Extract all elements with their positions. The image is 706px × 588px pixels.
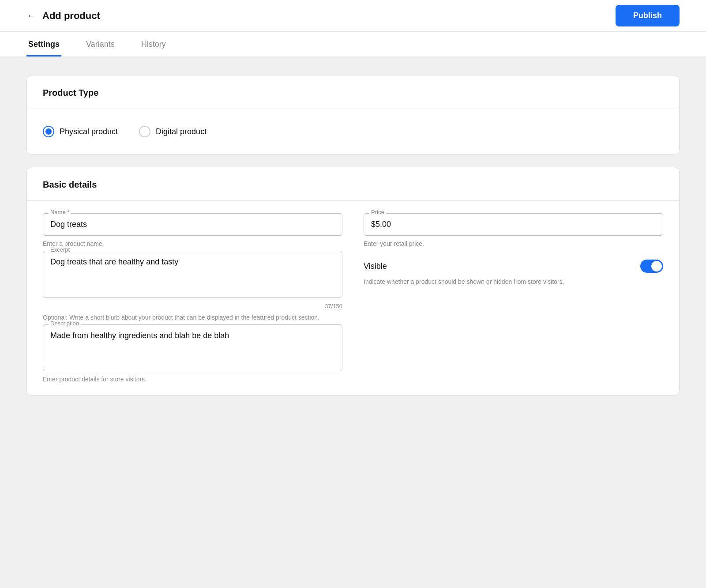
toggle-knob [651,261,662,271]
tab-variants[interactable]: Variants [84,40,116,57]
left-col: Name * Enter a product name. Excerpt Dog… [43,213,342,383]
visible-label: Visible [364,262,387,271]
radio-digital-circle [139,126,150,137]
price-input[interactable] [364,214,663,235]
price-label: Price [369,209,386,215]
visible-toggle[interactable] [640,260,663,273]
visible-row: Visible [364,260,663,273]
price-hint: Enter your retail price. [364,240,663,247]
tab-history[interactable]: History [139,40,168,57]
name-field-wrapper: Name * [43,213,342,236]
price-field-group: Price Enter your retail price. [364,213,663,247]
main-content: Product Type Physical product Digital pr… [0,57,706,413]
tab-settings[interactable]: Settings [26,40,61,57]
excerpt-input[interactable]: Dog treats that are healthy and tasty [43,251,342,295]
description-input[interactable]: Made from healthy ingredients and blah b… [43,325,342,369]
excerpt-field-wrapper: Excerpt Dog treats that are healthy and … [43,251,342,298]
description-label: Description [49,320,81,327]
product-type-radio-group: Physical product Digital product [43,121,663,142]
name-hint: Enter a product name. [43,240,342,247]
basic-details-title-row: Basic details [27,167,679,201]
excerpt-char-count: 37/150 [43,303,342,309]
excerpt-field-group: Excerpt Dog treats that are healthy and … [43,251,342,321]
radio-physical-label: Physical product [60,127,118,136]
header-left: ← Add product [26,10,100,22]
basic-details-body: Name * Enter a product name. Excerpt Dog… [27,201,679,395]
basic-details-card: Basic details Name * Enter a product nam… [26,167,680,396]
product-type-body: Physical product Digital product [27,109,679,154]
visible-hint: Indicate whether a product should be sho… [364,278,564,285]
name-label: Name * [49,209,71,215]
tabs-bar: Settings Variants History [0,32,706,57]
product-type-card: Product Type Physical product Digital pr… [26,75,680,155]
radio-physical-inner [45,128,52,135]
radio-physical[interactable]: Physical product [43,126,118,137]
description-field-group: Description Made from healthy ingredient… [43,324,342,383]
name-input[interactable] [43,214,342,235]
basic-details-title: Basic details [43,180,97,189]
price-field-wrapper: Price [364,213,663,236]
name-field-group: Name * Enter a product name. [43,213,342,247]
excerpt-hint: Optional: Write a short blurb about your… [43,314,342,321]
product-type-title-row: Product Type [27,75,679,109]
product-type-title: Product Type [43,88,98,98]
description-hint: Enter product details for store visitors… [43,376,342,383]
visible-group: Visible Indicate whether a product shoul… [364,260,663,286]
excerpt-label: Excerpt [49,246,71,253]
right-col: Price Enter your retail price. Visible [364,213,663,383]
radio-digital-label: Digital product [156,127,207,136]
header: ← Add product Publish [0,0,706,32]
publish-button[interactable]: Publish [616,5,680,26]
radio-digital[interactable]: Digital product [139,126,207,137]
radio-physical-circle [43,126,54,137]
form-grid: Name * Enter a product name. Excerpt Dog… [43,213,663,383]
description-field-wrapper: Description Made from healthy ingredient… [43,324,342,371]
back-button[interactable]: ← [26,10,36,22]
page-title: Add product [42,10,100,22]
